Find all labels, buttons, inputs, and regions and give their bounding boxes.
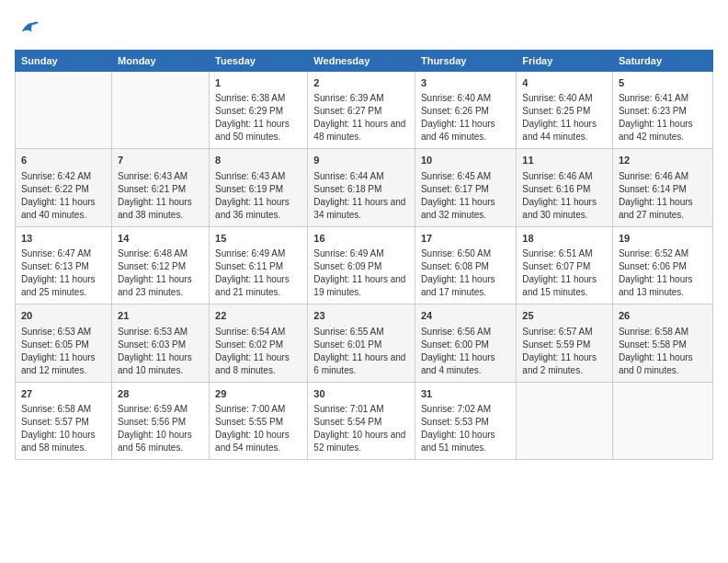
day-cell: 11Sunrise: 6:46 AMSunset: 6:16 PMDayligh… bbox=[517, 149, 613, 226]
day-info: Sunrise: 6:46 AMSunset: 6:14 PMDaylight:… bbox=[619, 170, 707, 222]
day-info: Sunrise: 6:45 AMSunset: 6:17 PMDaylight:… bbox=[421, 170, 510, 222]
day-cell: 14Sunrise: 6:48 AMSunset: 6:12 PMDayligh… bbox=[112, 226, 210, 304]
day-cell: 13Sunrise: 6:47 AMSunset: 6:13 PMDayligh… bbox=[16, 226, 112, 304]
week-row-3: 20Sunrise: 6:53 AMSunset: 6:05 PMDayligh… bbox=[16, 304, 713, 382]
day-info: Sunrise: 6:43 AMSunset: 6:19 PMDaylight:… bbox=[215, 170, 301, 222]
day-number: 2 bbox=[313, 76, 409, 90]
day-number: 22 bbox=[215, 309, 301, 323]
day-cell: 8Sunrise: 6:43 AMSunset: 6:19 PMDaylight… bbox=[210, 149, 308, 226]
day-number: 7 bbox=[118, 154, 203, 167]
week-row-2: 13Sunrise: 6:47 AMSunset: 6:13 PMDayligh… bbox=[16, 226, 713, 304]
logo bbox=[15, 15, 44, 40]
day-cell: 10Sunrise: 6:45 AMSunset: 6:17 PMDayligh… bbox=[415, 149, 516, 226]
day-info: Sunrise: 6:38 AMSunset: 6:29 PMDaylight:… bbox=[215, 92, 301, 144]
day-cell: 1Sunrise: 6:38 AMSunset: 6:29 PMDaylight… bbox=[210, 72, 308, 149]
day-cell: 25Sunrise: 6:57 AMSunset: 5:59 PMDayligh… bbox=[517, 304, 613, 382]
day-number: 19 bbox=[619, 232, 707, 246]
day-info: Sunrise: 6:43 AMSunset: 6:21 PMDaylight:… bbox=[118, 170, 203, 222]
day-info: Sunrise: 6:40 AMSunset: 6:25 PMDaylight:… bbox=[522, 92, 607, 144]
day-cell: 18Sunrise: 6:51 AMSunset: 6:07 PMDayligh… bbox=[517, 226, 613, 304]
day-info: Sunrise: 7:00 AMSunset: 5:55 PMDaylight:… bbox=[215, 403, 301, 454]
day-number: 5 bbox=[619, 76, 707, 90]
day-cell bbox=[16, 72, 112, 149]
day-info: Sunrise: 6:58 AMSunset: 5:57 PMDaylight:… bbox=[21, 403, 106, 454]
day-number: 16 bbox=[313, 232, 409, 246]
day-cell: 30Sunrise: 7:01 AMSunset: 5:54 PMDayligh… bbox=[308, 382, 415, 459]
day-cell: 31Sunrise: 7:02 AMSunset: 5:53 PMDayligh… bbox=[415, 382, 516, 459]
day-number: 12 bbox=[619, 154, 707, 167]
day-info: Sunrise: 6:56 AMSunset: 6:00 PMDaylight:… bbox=[421, 326, 510, 377]
day-number: 24 bbox=[421, 309, 510, 323]
col-header-friday: Friday bbox=[517, 51, 613, 72]
day-cell: 5Sunrise: 6:41 AMSunset: 6:23 PMDaylight… bbox=[612, 72, 712, 149]
day-cell: 27Sunrise: 6:58 AMSunset: 5:57 PMDayligh… bbox=[16, 382, 112, 459]
day-info: Sunrise: 6:51 AMSunset: 6:07 PMDaylight:… bbox=[522, 247, 607, 299]
day-info: Sunrise: 6:54 AMSunset: 6:02 PMDaylight:… bbox=[215, 326, 301, 377]
day-info: Sunrise: 6:58 AMSunset: 5:58 PMDaylight:… bbox=[619, 326, 707, 377]
day-cell: 19Sunrise: 6:52 AMSunset: 6:06 PMDayligh… bbox=[612, 226, 712, 304]
day-cell: 2Sunrise: 6:39 AMSunset: 6:27 PMDaylight… bbox=[308, 72, 415, 149]
page: SundayMondayTuesdayWednesdayThursdayFrid… bbox=[0, 0, 728, 563]
day-cell: 23Sunrise: 6:55 AMSunset: 6:01 PMDayligh… bbox=[308, 304, 415, 382]
day-number: 17 bbox=[421, 232, 510, 246]
col-header-wednesday: Wednesday bbox=[308, 51, 415, 72]
day-cell: 29Sunrise: 7:00 AMSunset: 5:55 PMDayligh… bbox=[210, 382, 308, 459]
day-number: 28 bbox=[118, 387, 203, 401]
day-cell: 9Sunrise: 6:44 AMSunset: 6:18 PMDaylight… bbox=[308, 149, 415, 226]
day-cell: 26Sunrise: 6:58 AMSunset: 5:58 PMDayligh… bbox=[612, 304, 712, 382]
day-number: 23 bbox=[313, 309, 409, 323]
day-cell: 20Sunrise: 6:53 AMSunset: 6:05 PMDayligh… bbox=[16, 304, 112, 382]
day-cell: 15Sunrise: 6:49 AMSunset: 6:11 PMDayligh… bbox=[210, 226, 308, 304]
day-cell bbox=[612, 382, 712, 459]
day-cell: 3Sunrise: 6:40 AMSunset: 6:26 PMDaylight… bbox=[415, 72, 516, 149]
day-info: Sunrise: 7:01 AMSunset: 5:54 PMDaylight:… bbox=[313, 403, 409, 454]
day-cell: 28Sunrise: 6:59 AMSunset: 5:56 PMDayligh… bbox=[112, 382, 210, 459]
day-info: Sunrise: 6:52 AMSunset: 6:06 PMDaylight:… bbox=[619, 247, 707, 299]
day-number: 18 bbox=[522, 232, 607, 246]
day-number: 1 bbox=[215, 76, 301, 90]
day-number: 8 bbox=[215, 154, 301, 167]
day-number: 20 bbox=[21, 309, 106, 323]
day-info: Sunrise: 6:48 AMSunset: 6:12 PMDaylight:… bbox=[118, 247, 203, 299]
day-cell: 6Sunrise: 6:42 AMSunset: 6:22 PMDaylight… bbox=[16, 149, 112, 226]
week-row-0: 1Sunrise: 6:38 AMSunset: 6:29 PMDaylight… bbox=[16, 72, 713, 149]
day-number: 25 bbox=[522, 309, 607, 323]
day-cell bbox=[517, 382, 613, 459]
day-number: 6 bbox=[21, 154, 106, 167]
day-info: Sunrise: 6:49 AMSunset: 6:11 PMDaylight:… bbox=[215, 247, 301, 299]
day-number: 29 bbox=[215, 387, 301, 401]
day-number: 10 bbox=[421, 154, 510, 167]
col-header-tuesday: Tuesday bbox=[210, 51, 308, 72]
week-row-4: 27Sunrise: 6:58 AMSunset: 5:57 PMDayligh… bbox=[16, 382, 713, 459]
calendar-table: SundayMondayTuesdayWednesdayThursdayFrid… bbox=[15, 50, 713, 460]
day-cell: 16Sunrise: 6:49 AMSunset: 6:09 PMDayligh… bbox=[308, 226, 415, 304]
day-cell: 22Sunrise: 6:54 AMSunset: 6:02 PMDayligh… bbox=[210, 304, 308, 382]
day-info: Sunrise: 6:50 AMSunset: 6:08 PMDaylight:… bbox=[421, 247, 510, 299]
col-header-thursday: Thursday bbox=[415, 51, 516, 72]
day-info: Sunrise: 6:53 AMSunset: 6:05 PMDaylight:… bbox=[21, 326, 106, 377]
week-row-1: 6Sunrise: 6:42 AMSunset: 6:22 PMDaylight… bbox=[16, 149, 713, 226]
day-info: Sunrise: 6:53 AMSunset: 6:03 PMDaylight:… bbox=[118, 326, 203, 377]
day-number: 13 bbox=[21, 232, 106, 246]
day-number: 15 bbox=[215, 232, 301, 246]
day-info: Sunrise: 6:40 AMSunset: 6:26 PMDaylight:… bbox=[421, 92, 510, 144]
day-number: 30 bbox=[313, 387, 409, 401]
logo-icon bbox=[15, 15, 40, 40]
day-info: Sunrise: 6:55 AMSunset: 6:01 PMDaylight:… bbox=[313, 326, 409, 377]
day-number: 9 bbox=[313, 154, 409, 167]
day-info: Sunrise: 6:57 AMSunset: 5:59 PMDaylight:… bbox=[522, 326, 607, 377]
day-info: Sunrise: 6:39 AMSunset: 6:27 PMDaylight:… bbox=[313, 92, 409, 144]
day-info: Sunrise: 6:41 AMSunset: 6:23 PMDaylight:… bbox=[619, 92, 707, 144]
day-cell: 17Sunrise: 6:50 AMSunset: 6:08 PMDayligh… bbox=[415, 226, 516, 304]
day-number: 31 bbox=[421, 387, 510, 401]
col-header-sunday: Sunday bbox=[16, 51, 112, 72]
day-info: Sunrise: 7:02 AMSunset: 5:53 PMDaylight:… bbox=[421, 403, 510, 454]
calendar-header-row: SundayMondayTuesdayWednesdayThursdayFrid… bbox=[16, 51, 713, 72]
col-header-monday: Monday bbox=[112, 51, 210, 72]
day-info: Sunrise: 6:42 AMSunset: 6:22 PMDaylight:… bbox=[21, 170, 106, 222]
day-number: 26 bbox=[619, 309, 707, 323]
day-cell: 21Sunrise: 6:53 AMSunset: 6:03 PMDayligh… bbox=[112, 304, 210, 382]
day-cell: 12Sunrise: 6:46 AMSunset: 6:14 PMDayligh… bbox=[612, 149, 712, 226]
day-info: Sunrise: 6:46 AMSunset: 6:16 PMDaylight:… bbox=[522, 170, 607, 222]
day-number: 3 bbox=[421, 76, 510, 90]
